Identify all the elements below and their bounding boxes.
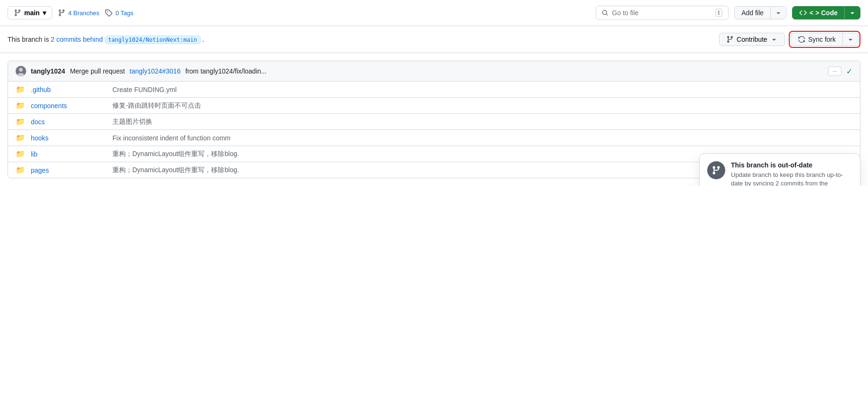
repo-ref: tangly1024/NotionNext:main (105, 36, 201, 44)
branches-info: 4 Branches (58, 9, 100, 17)
file-commit: 修复-路由跳转时页面不可点击 (112, 102, 852, 110)
sync-fork-chevron-icon (847, 36, 854, 43)
popup-content: This branch is out-of-date Update branch… (731, 161, 852, 186)
contribute-chevron-icon (770, 36, 778, 43)
contribute-icon (726, 36, 734, 43)
avatar (16, 66, 26, 76)
svg-point-1 (18, 73, 24, 76)
branches-link[interactable]: 4 Branches (68, 9, 100, 17)
table-row: 📁 .github Create FUNDING.yml (8, 82, 860, 98)
file-name[interactable]: .github (31, 86, 107, 93)
tags-label: Tags (120, 9, 133, 17)
code-icon (799, 9, 807, 17)
file-name[interactable]: hooks (31, 134, 107, 142)
file-commit: Fix inconsistent indent of function comm (112, 134, 852, 142)
contribute-button[interactable]: Contribute (719, 33, 785, 46)
folder-icon: 📁 (16, 133, 25, 142)
commit-dots[interactable]: ··· (828, 66, 841, 76)
popup-git-icon (707, 161, 725, 179)
folder-icon: 📁 (16, 101, 25, 110)
sync-fork-label: Sync fork (808, 36, 836, 43)
folder-icon: 📁 (16, 117, 25, 126)
commit-message-prefix: Merge pull request (70, 67, 125, 75)
folder-icon: 📁 (16, 166, 25, 175)
folder-icon: 📁 (16, 149, 25, 158)
tag-icon (105, 9, 112, 17)
contribute-label: Contribute (737, 36, 767, 43)
branch-icon (14, 9, 21, 17)
file-name[interactable]: docs (31, 118, 107, 126)
file-name[interactable]: pages (31, 166, 107, 174)
pr-link[interactable]: tangly1024#3016 (129, 67, 180, 75)
file-name[interactable]: components (31, 102, 107, 110)
svg-point-0 (19, 68, 23, 72)
sync-fork-dropdown[interactable] (843, 33, 858, 46)
table-row: 📁 docs 主题图片切换 (8, 114, 860, 130)
branch-selector[interactable]: main ▾ (8, 6, 52, 19)
sync-fork-button-wrapper: Sync fork (789, 31, 860, 48)
code-button[interactable]: < > Code (793, 7, 845, 19)
sync-fork-split-button: Sync fork (791, 33, 859, 46)
branches-icon (58, 9, 65, 17)
tags-count: 0 (115, 9, 119, 17)
folder-icon: 📁 (16, 85, 25, 94)
chevron-down-icon-code (849, 9, 856, 17)
commit-author: tangly1024 (31, 67, 65, 75)
popup-title: This branch is out-of-date (731, 161, 852, 169)
table-row: 📁 hooks Fix inconsistent indent of funct… (8, 130, 860, 146)
table-row: 📁 components 修复-路由跳转时页面不可点击 (8, 98, 860, 114)
file-commit: 主题图片切换 (112, 118, 852, 126)
branch-status-bar: This branch is 2 commits behind tangly10… (0, 26, 868, 53)
search-kbd: t (715, 9, 722, 17)
status-text: This branch is 2 commits behind tangly10… (8, 36, 715, 43)
tags-info: 0 Tags (105, 9, 133, 17)
search-input[interactable] (612, 9, 711, 17)
sync-fork-popup: This branch is out-of-date Update branch… (699, 153, 860, 186)
commit-row: tangly1024 Merge pull request tangly1024… (8, 61, 860, 82)
code-label: < > Code (810, 9, 838, 17)
toolbar: main ▾ 4 Branches 0 Tags t Add file (0, 0, 868, 26)
git-branch-icon (711, 166, 721, 175)
commit-message-suffix: from tangly1024/fix/loadin... (185, 67, 267, 75)
status-suffix: . (202, 36, 204, 43)
code-dropdown[interactable] (845, 7, 860, 19)
search-box: t (596, 6, 729, 20)
branches-label: Branches (74, 9, 100, 17)
branch-name: main (24, 9, 40, 17)
add-file-dropdown[interactable] (771, 7, 786, 19)
popup-description: Update branch to keep this branch up-to-… (731, 171, 852, 186)
sync-fork-button[interactable]: Sync fork (791, 33, 843, 46)
file-commit: Create FUNDING.yml (112, 86, 852, 93)
sync-icon (798, 36, 805, 43)
branches-count: 4 (68, 9, 72, 17)
add-file-button[interactable]: Add file (735, 7, 771, 19)
tags-link[interactable]: 0 Tags (115, 9, 133, 17)
popup-header: This branch is out-of-date Update branch… (700, 154, 860, 186)
status-prefix: This branch is (8, 36, 49, 43)
commit-check-icon: ✓ (846, 67, 852, 76)
popup-desc-text: Update branch to keep this branch up-to-… (731, 171, 843, 186)
add-file-split-button: Add file (734, 6, 786, 19)
chevron-down-icon (775, 9, 782, 17)
search-icon (602, 9, 608, 17)
branch-chevron-icon: ▾ (43, 9, 46, 17)
add-file-label: Add file (741, 9, 764, 17)
commits-behind-link[interactable]: 2 commits behind (51, 36, 105, 43)
code-split-button: < > Code (792, 6, 860, 19)
file-name[interactable]: lib (31, 150, 107, 158)
